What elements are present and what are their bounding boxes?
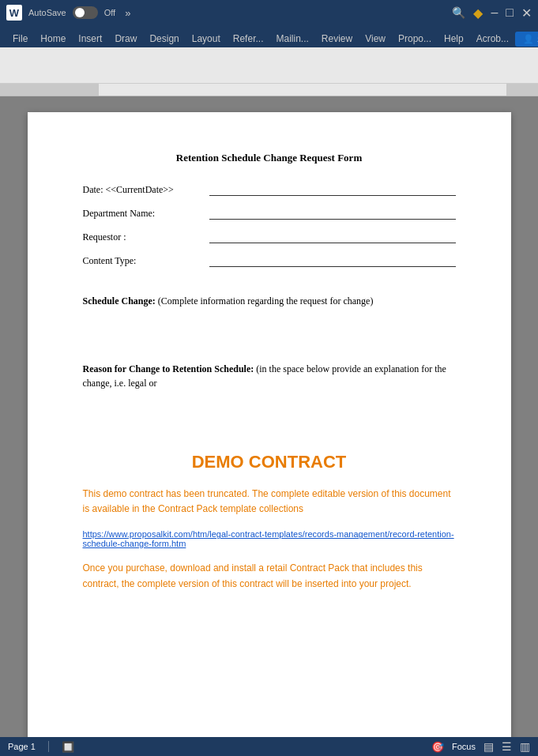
autosave-label: AutoSave: [28, 8, 66, 17]
content-type-line: [209, 254, 456, 267]
schedule-change-section: Schedule Change: (Complete information r…: [83, 294, 456, 308]
word-icon: W: [6, 5, 22, 21]
title-bar: W AutoSave Off » 🔍 ◆ – □ ✕: [0, 0, 538, 25]
minimize-button[interactable]: –: [491, 6, 498, 20]
tab-home[interactable]: Home: [34, 30, 72, 47]
demo-contract-heading: DEMO CONTRACT: [83, 452, 456, 472]
tab-insert[interactable]: Insert: [72, 30, 108, 47]
word-count-icon: 🔲: [62, 741, 74, 753]
reason-section: Reason for Change to Retention Schedule:…: [83, 362, 456, 390]
document-area[interactable]: Retention Schedule Change Request Form D…: [0, 96, 538, 737]
tab-acrobat[interactable]: Acrob...: [470, 30, 515, 47]
focus-icon[interactable]: 🎯: [431, 741, 444, 753]
status-bar: Page 1 🔲 🎯 Focus ▤ ☰ ▥: [0, 737, 538, 756]
autosave-toggle[interactable]: [73, 6, 98, 19]
focus-label[interactable]: Focus: [452, 742, 476, 751]
tab-design[interactable]: Design: [143, 30, 185, 47]
tab-help[interactable]: Help: [438, 30, 470, 47]
expand-icon[interactable]: »: [125, 7, 130, 19]
ribbon-tabs: File Home Insert Draw Design Layout Refe…: [0, 25, 538, 47]
department-line: [209, 207, 456, 220]
department-label: Department Name:: [83, 208, 209, 220]
ruler-content-area: [99, 84, 506, 96]
demo-truncated-text: This demo contract has been truncated. T…: [83, 487, 456, 517]
form-row-date: Date: <<CurrentDate>>: [83, 183, 456, 196]
ribbon-toolbar: [0, 47, 538, 84]
demo-purchase-text: Once you purchase, download and install …: [83, 561, 456, 591]
requestor-line: [209, 231, 456, 243]
document-page: Retention Schedule Change Request Form D…: [28, 112, 511, 737]
tab-file[interactable]: File: [6, 30, 34, 47]
tab-proposa[interactable]: Propo...: [392, 30, 438, 47]
tab-mailings[interactable]: Mailin...: [269, 30, 314, 47]
status-icons: 🎯 Focus ▤ ☰ ▥: [431, 740, 530, 753]
title-actions: 🔍 ◆ – □ ✕: [452, 6, 532, 21]
ribbon-right-actions: 👤 Share ✏ Editing ▾: [515, 31, 538, 47]
close-button[interactable]: ✕: [521, 6, 532, 21]
requestor-label: Requestor :: [83, 231, 209, 243]
schedule-change-text: (Complete information regarding the requ…: [158, 295, 374, 307]
share-icon: 👤: [523, 34, 534, 44]
date-line: [209, 183, 456, 196]
tab-layout[interactable]: Layout: [186, 30, 227, 47]
schedule-change-label: Schedule Change:: [83, 295, 156, 307]
form-row-department: Department Name:: [83, 207, 456, 220]
diamond-icon[interactable]: ◆: [473, 6, 483, 21]
tab-draw[interactable]: Draw: [108, 30, 143, 47]
search-icon[interactable]: 🔍: [452, 6, 465, 19]
maximize-button[interactable]: □: [506, 6, 514, 20]
toggle-knob: [75, 8, 85, 17]
autosave-state: Off: [104, 8, 115, 17]
ruler-right-margin: [506, 84, 538, 96]
demo-link[interactable]: https://www.proposalkit.com/htm/legal-co…: [83, 529, 456, 548]
tab-review[interactable]: Review: [315, 30, 359, 47]
ruler-left-margin: [0, 84, 99, 96]
form-row-content-type: Content Type:: [83, 254, 456, 267]
schedule-change-space: [83, 314, 456, 346]
share-button[interactable]: 👤 Share: [515, 32, 538, 47]
layout-icon-2[interactable]: ☰: [502, 740, 512, 753]
tab-view[interactable]: View: [359, 30, 392, 47]
layout-icon-1[interactable]: ▤: [483, 740, 494, 753]
document-title: Retention Schedule Change Request Form: [83, 152, 456, 164]
ruler: [0, 84, 538, 96]
page-info: Page 1: [8, 742, 36, 751]
reason-label-block: Reason for Change to Retention Schedule:…: [83, 362, 456, 390]
content-type-label: Content Type:: [83, 255, 209, 267]
reason-label: Reason for Change to Retention Schedule:: [83, 363, 254, 374]
layout-icon-3[interactable]: ▥: [520, 740, 530, 753]
tab-references[interactable]: Refer...: [227, 30, 270, 47]
date-label: Date: <<CurrentDate>>: [83, 184, 209, 196]
form-row-requestor: Requestor :: [83, 231, 456, 243]
